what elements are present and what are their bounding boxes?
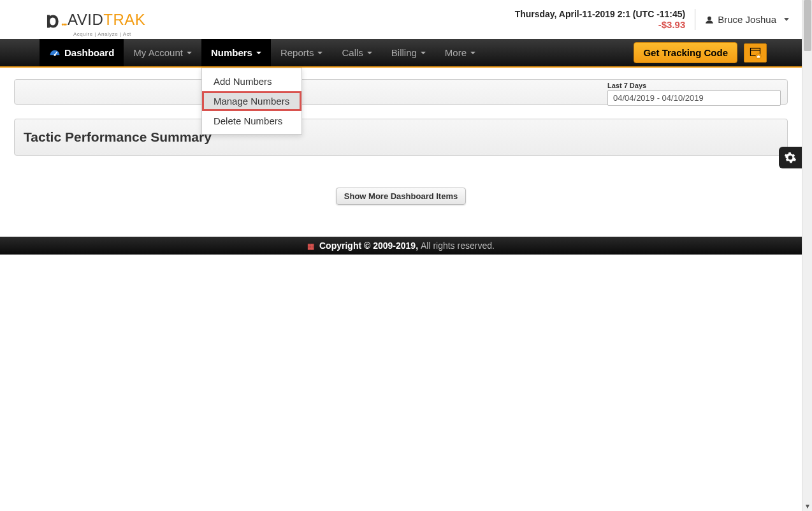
navbar: Dashboard My Account Numbers Add Numbers…: [0, 39, 802, 68]
datetime-block: Thursday, April-11-2019 2:1 (UTC -11:45)…: [515, 9, 696, 30]
nav-my-account-label: My Account: [133, 47, 183, 58]
caret-down-icon: [421, 52, 426, 54]
get-tracking-code-button[interactable]: Get Tracking Code: [634, 42, 737, 63]
dropdown-add-numbers[interactable]: Add Numbers: [202, 71, 301, 91]
logo-glyph: ɑ: [45, 9, 59, 31]
logo[interactable]: ɑ ••• AVIDTRAK Acquire | Analyze | Act: [45, 9, 145, 31]
numbers-dropdown: Add Numbers Manage Numbers Delete Number…: [201, 68, 302, 135]
settings-fab[interactable]: [779, 147, 802, 168]
datetime-text: Thursday, April-11-2019 2:1 (UTC -11:45): [515, 9, 686, 19]
summary-title: Tactic Performance Summary: [24, 130, 778, 145]
show-more-area: Show More Dashboard Items: [14, 188, 788, 205]
caret-down-icon: [256, 52, 261, 54]
grid-icon: ▦: [307, 242, 314, 251]
nav-dashboard[interactable]: Dashboard: [40, 39, 124, 66]
dropdown-manage-numbers[interactable]: Manage Numbers: [202, 91, 301, 111]
home-shortcut-button[interactable]: [744, 43, 767, 63]
user-icon: [705, 15, 714, 24]
nav-dashboard-label: Dashboard: [64, 47, 114, 58]
nav-billing-label: Billing: [391, 47, 417, 58]
nav-calls-label: Calls: [342, 47, 363, 58]
header: ɑ ••• AVIDTRAK Acquire | Analyze | Act T…: [0, 0, 802, 39]
show-more-button[interactable]: Show More Dashboard Items: [336, 188, 466, 205]
logo-tagline: Acquire | Analyze | Act: [73, 31, 131, 37]
dashboard-icon: [49, 49, 61, 57]
nav-billing[interactable]: Billing: [382, 39, 435, 66]
nav-reports[interactable]: Reports: [271, 39, 333, 66]
nav-more[interactable]: More: [435, 39, 485, 66]
logo-text-trak: TRAK: [103, 11, 145, 29]
vertical-scrollbar[interactable]: ▲ ▼: [802, 0, 812, 255]
gear-icon: [784, 151, 797, 164]
date-range-input[interactable]: [607, 90, 781, 106]
nav-calls[interactable]: Calls: [332, 39, 381, 66]
caret-down-icon: [187, 52, 192, 54]
footer-rights: All rights reserved.: [421, 241, 495, 251]
balance-text: -$3.93: [515, 19, 686, 30]
caret-down-icon: [470, 52, 475, 54]
svg-point-0: [707, 16, 711, 20]
caret-down-icon: [784, 18, 789, 21]
logo-dots: •••: [62, 21, 67, 28]
user-menu[interactable]: Bruce Joshua: [695, 14, 789, 25]
caret-down-icon: [317, 52, 323, 54]
dropdown-delete-numbers[interactable]: Delete Numbers: [202, 111, 301, 131]
footer: ▦ Copyright © 2009-2019, All rights rese…: [0, 237, 802, 255]
home-icon: [748, 47, 763, 59]
filter-panel: Last 7 Days: [14, 79, 788, 105]
logo-text-avid: AVID: [68, 11, 103, 29]
summary-panel: Tactic Performance Summary: [14, 119, 788, 156]
nav-numbers[interactable]: Numbers Add Numbers Manage Numbers Delet…: [201, 39, 271, 66]
caret-down-icon: [367, 52, 372, 54]
user-name-label: Bruce Joshua: [718, 14, 776, 25]
nav-numbers-label: Numbers: [211, 47, 252, 58]
nav-more-label: More: [445, 47, 467, 58]
nav-my-account[interactable]: My Account: [124, 39, 201, 66]
date-range-label: Last 7 Days: [607, 82, 781, 89]
nav-reports-label: Reports: [280, 47, 314, 58]
footer-copyright: Copyright © 2009-2019,: [319, 241, 418, 251]
content-area: Last 7 Days Tactic Performance Summary S…: [0, 68, 802, 205]
scrollbar-thumb[interactable]: [804, 0, 811, 51]
